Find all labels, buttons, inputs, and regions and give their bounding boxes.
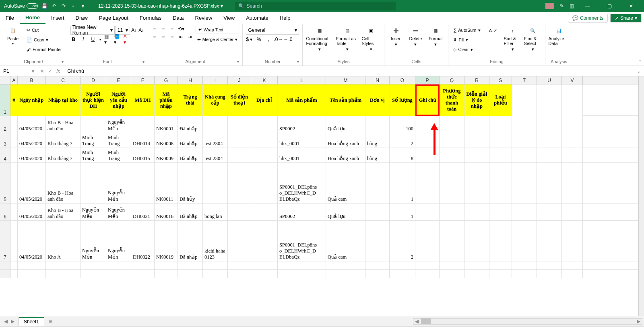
cell[interactable] <box>464 148 489 162</box>
header-cell[interactable]: Người yêu cầu nhập <box>106 84 131 116</box>
header-cell[interactable] <box>537 84 562 116</box>
cell[interactable] <box>512 221 537 261</box>
cell[interactable] <box>203 270 228 278</box>
header-cell[interactable] <box>512 84 537 116</box>
cell[interactable]: NK0016 <box>155 203 178 220</box>
cell[interactable] <box>10 163 18 203</box>
cell[interactable]: Minh Trang <box>80 148 106 162</box>
cell[interactable]: SP0001_DELp8ns o_DELHWrhC_D ELDbaQz <box>278 221 326 261</box>
copy-button[interactable]: 📄 Copy ▾ <box>25 35 64 44</box>
formula-input[interactable]: Ghi chú <box>64 68 634 74</box>
cell[interactable]: DH0022 <box>131 221 155 261</box>
column-header-P[interactable]: P <box>415 76 440 84</box>
bold-button[interactable]: B <box>70 36 77 43</box>
format-cells-button[interactable]: ▦Format ▾ <box>426 26 445 47</box>
align-middle-icon[interactable]: ≡ <box>160 26 167 32</box>
select-all-corner[interactable] <box>0 76 10 84</box>
cell[interactable] <box>562 163 583 203</box>
format-as-table-button[interactable]: ▤Format as Table ▾ <box>336 26 359 52</box>
cell[interactable] <box>512 116 537 133</box>
tab-home[interactable]: Home <box>20 12 45 24</box>
tab-view[interactable]: View <box>218 12 240 24</box>
cell[interactable]: 04/05/2020 <box>18 116 46 133</box>
italic-button[interactable]: I <box>80 36 87 43</box>
cell[interactable]: Kho B - Hoa anh đào <box>46 163 80 203</box>
merge-center-button[interactable]: ⬌ Merge & Center ▾ <box>196 35 239 44</box>
cell[interactable]: Quả lựu <box>326 203 365 220</box>
cell[interactable] <box>537 203 562 220</box>
cell[interactable] <box>131 261 155 269</box>
cell[interactable] <box>415 221 440 261</box>
cut-button[interactable]: ✂ Cut <box>25 26 64 35</box>
cell[interactable] <box>464 221 489 261</box>
cell[interactable] <box>228 221 251 261</box>
cell[interactable]: 2 <box>390 133 415 148</box>
cell[interactable]: Nguyễn Mến <box>106 163 131 203</box>
cell[interactable] <box>10 148 18 162</box>
font-name-combo[interactable]: Times New Roman▾ <box>70 26 115 35</box>
fx-icon[interactable]: fx <box>56 68 60 74</box>
cell[interactable] <box>489 133 512 148</box>
header-cell[interactable]: Nhập tại kho <box>46 84 80 116</box>
undo-icon[interactable]: ↶ <box>51 3 57 9</box>
cell[interactable] <box>106 261 131 269</box>
cell[interactable]: Kho A <box>46 221 80 261</box>
cell[interactable]: 100 <box>390 116 415 133</box>
cell[interactable]: Nguyễn Mến <box>106 203 131 220</box>
header-cell[interactable]: Ghi chú <box>415 84 440 116</box>
cell[interactable]: Kho tháng 7 <box>46 133 80 148</box>
cell[interactable]: Kho tháng 7 <box>46 148 80 162</box>
column-header-R[interactable]: R <box>464 76 489 84</box>
cell[interactable] <box>251 116 278 133</box>
cell[interactable] <box>365 221 390 261</box>
cell[interactable]: DH0014 <box>131 133 155 148</box>
cell[interactable] <box>155 270 178 278</box>
cell[interactable] <box>464 270 489 278</box>
column-header-F[interactable]: F <box>131 76 155 84</box>
cell[interactable] <box>415 133 440 148</box>
cell[interactable]: NK0011 <box>155 163 178 203</box>
header-cell[interactable]: Mã phiếu nhập <box>155 84 178 116</box>
cell[interactable]: bông <box>365 133 390 148</box>
outdent-icon[interactable]: ⇤ <box>178 34 184 40</box>
cell[interactable]: Nguyễn Mến <box>106 221 131 261</box>
cell[interactable] <box>537 116 562 133</box>
cell[interactable] <box>228 116 251 133</box>
cell[interactable]: Minh Trang <box>80 133 106 148</box>
comments-button[interactable]: 💬 Comments <box>568 14 608 23</box>
cell[interactable] <box>415 270 440 278</box>
cell[interactable] <box>365 261 390 269</box>
horizontal-scrollbar[interactable]: ◀ ▶ <box>413 318 642 325</box>
cell[interactable]: Hoa hồng xanh <box>326 148 365 162</box>
cell[interactable] <box>228 148 251 162</box>
cell[interactable] <box>562 148 583 162</box>
tab-insert[interactable]: Insert <box>45 12 70 24</box>
cell[interactable] <box>440 270 464 278</box>
cell[interactable] <box>464 133 489 148</box>
cell[interactable] <box>537 221 562 261</box>
cell[interactable] <box>10 133 18 148</box>
column-header-I[interactable]: I <box>203 76 228 84</box>
cell[interactable]: bong lan <box>203 203 228 220</box>
cell[interactable] <box>46 261 80 269</box>
header-cell[interactable]: Nhà cung cấp <box>203 84 228 116</box>
cancel-formula-icon[interactable]: ✕ <box>40 68 44 74</box>
name-box[interactable]: P1▾ <box>0 66 36 76</box>
insert-cells-button[interactable]: ➕Insert ▾ <box>388 26 405 47</box>
column-header-J[interactable]: J <box>228 76 251 84</box>
cell[interactable]: SP0002 <box>278 116 326 133</box>
cell[interactable]: Kho B - Hoa anh đào <box>46 203 80 220</box>
header-cell[interactable]: # <box>10 84 18 116</box>
header-cell[interactable]: Loại phiếu <box>489 84 512 116</box>
cell[interactable] <box>562 203 583 220</box>
cell[interactable] <box>10 261 18 269</box>
cell[interactable] <box>251 133 278 148</box>
align-top-icon[interactable]: ≡ <box>151 26 158 32</box>
cell[interactable]: Nguyễn Mến <box>80 203 106 220</box>
increase-decimal-icon[interactable]: .0→ <box>275 36 281 43</box>
column-header-O[interactable]: O <box>390 76 415 84</box>
cell[interactable] <box>203 116 228 133</box>
grow-font-icon[interactable]: A↑ <box>131 27 137 33</box>
cell[interactable] <box>251 163 278 203</box>
cell[interactable] <box>80 270 106 278</box>
